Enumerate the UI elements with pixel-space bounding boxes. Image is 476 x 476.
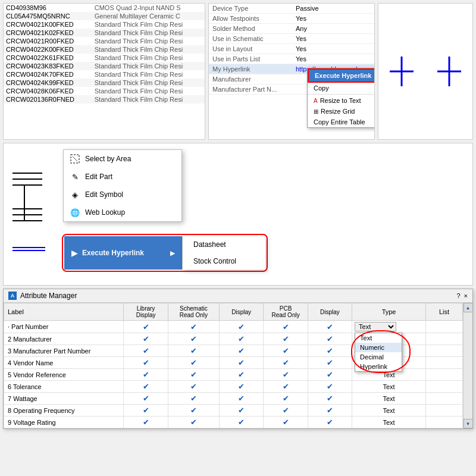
- attr-sch-display[interactable]: ✔: [220, 333, 264, 345]
- attr-pcb-readonly[interactable]: ✔: [264, 345, 308, 357]
- attr-list: [426, 345, 463, 357]
- component-list-item[interactable]: CRCW04024K99FKEDStandard Thick Film Chip…: [4, 79, 205, 87]
- attr-pcb-readonly[interactable]: ✔: [264, 405, 308, 416]
- type-dropdown-container: Text Numeric Decimal Hyperlink Text Nume…: [355, 322, 396, 331]
- attr-scrollbar: ▲ ▼: [463, 303, 472, 428]
- menu-web-lookup-label: Web Lookup: [85, 208, 125, 217]
- attr-pcb-display[interactable]: ✔: [308, 416, 352, 428]
- component-list-item[interactable]: CRCW04022K00FKEDStandard Thick Film Chip…: [4, 45, 205, 54]
- attr-sch-display[interactable]: ✔: [220, 321, 264, 333]
- menu-select-area[interactable]: Select by Area: [64, 150, 181, 168]
- scrollbar-down-btn[interactable]: ▼: [464, 419, 473, 428]
- component-list-item[interactable]: CRCW04021K02FKEDStandard Thick Film Chip…: [4, 29, 205, 37]
- col-sch-readonly: SchematicRead Only: [168, 303, 219, 321]
- properties-context-menu: Execute Hyperlink CopyCtrl+C A Resize to…: [307, 68, 375, 128]
- attr-pcb-readonly[interactable]: ✔: [264, 416, 308, 428]
- attr-pcb-readonly[interactable]: ✔: [264, 333, 308, 345]
- attr-list: [426, 333, 463, 345]
- submenu-datasheet[interactable]: Datasheet: [183, 236, 265, 253]
- component-list-item[interactable]: CRCW020136R0FNEDStandard Thick Film Chip…: [4, 95, 205, 104]
- attr-sch-readonly[interactable]: ✔: [168, 333, 219, 345]
- dd-item-text[interactable]: Text: [355, 333, 402, 343]
- execute-hyperlink-row[interactable]: ▶ Execute Hyperlink ▶: [64, 236, 182, 270]
- dd-item-hyperlink[interactable]: Hyperlink: [355, 362, 402, 371]
- component-list-item[interactable]: CRCW04028K06FKEDStandard Thick Film Chip…: [4, 87, 205, 95]
- property-row: Allow TestpointsYes: [209, 14, 374, 24]
- attr-sch-readonly[interactable]: ✔: [168, 381, 219, 393]
- attr-sch-display[interactable]: ✔: [220, 369, 264, 381]
- attr-pcb-display[interactable]: ✔: [308, 405, 352, 416]
- attr-table-row: 7 Wattage ✔ ✔ ✔ ✔ ✔ Text: [4, 393, 463, 405]
- ctx-copy[interactable]: CopyCtrl+C: [308, 83, 375, 93]
- attr-lib-display[interactable]: ✔: [124, 381, 168, 393]
- attr-pcb-display[interactable]: ✔: [308, 333, 352, 345]
- component-list-item[interactable]: CD40938M96CMOS Quad 2-Input NAND S: [4, 4, 205, 12]
- type-dropdown-open: Text Numeric Decimal Hyperlink: [355, 333, 402, 372]
- attr-sch-readonly[interactable]: ✔: [168, 369, 219, 381]
- svg-line-14: [73, 156, 77, 161]
- menu-edit-part[interactable]: ✎ Edit Part: [64, 168, 181, 186]
- attr-pcb-readonly[interactable]: ✔: [264, 357, 308, 369]
- execute-hyperlink-submenu: Datasheet Stock Control: [182, 236, 265, 270]
- component-list-item[interactable]: CL05A475MQ5NRNCGeneral Multilayer Cerami…: [4, 12, 205, 20]
- col-sch-display: Display: [220, 303, 264, 321]
- property-row: Use in LayoutYes: [209, 44, 374, 54]
- attr-sch-readonly[interactable]: ✔: [168, 416, 219, 428]
- attr-sch-display[interactable]: ✔: [220, 416, 264, 428]
- ctx-execute-hyperlink[interactable]: Execute Hyperlink: [308, 68, 375, 83]
- scrollbar-up-btn[interactable]: ▲: [464, 303, 473, 312]
- attr-lib-display[interactable]: ✔: [124, 416, 168, 428]
- attr-lib-display[interactable]: ✔: [124, 393, 168, 405]
- attr-manager-close-btn[interactable]: ×: [464, 292, 468, 299]
- type-cell: Text: [352, 393, 426, 405]
- attr-sch-display[interactable]: ✔: [220, 405, 264, 416]
- attr-list: [426, 393, 463, 405]
- attr-manager-help-btn[interactable]: ?: [456, 292, 460, 299]
- attr-sch-display[interactable]: ✔: [220, 381, 264, 393]
- component-list-item[interactable]: CRCW04021R00FKEDStandard Thick Film Chip…: [4, 37, 205, 45]
- ctx-resize-text[interactable]: A Resize to Text: [308, 95, 375, 106]
- component-list-item[interactable]: CRCW04024K70FKEDStandard Thick Film Chip…: [4, 70, 205, 79]
- attr-lib-display[interactable]: ✔: [124, 357, 168, 369]
- attr-sch-display[interactable]: ✔: [220, 393, 264, 405]
- attr-sch-readonly[interactable]: ✔: [168, 393, 219, 405]
- menu-web-lookup[interactable]: 🌐 Web Lookup: [64, 203, 181, 221]
- component-list-item[interactable]: CRCW04023K83FKEDStandard Thick Film Chip…: [4, 62, 205, 70]
- attr-pcb-readonly[interactable]: ✔: [264, 369, 308, 381]
- attr-sch-readonly[interactable]: ✔: [168, 321, 219, 333]
- ctx-resize-grid[interactable]: ⊞ Resize Grid: [308, 106, 375, 117]
- attr-sch-readonly[interactable]: ✔: [168, 345, 219, 357]
- attr-pcb-display[interactable]: ✔: [308, 393, 352, 405]
- dd-item-numeric[interactable]: Numeric: [355, 343, 402, 352]
- attr-row-num-label: 9 Voltage Rating: [4, 416, 124, 428]
- attr-pcb-readonly[interactable]: ✔: [264, 381, 308, 393]
- attr-row-num-label: 2 Manufacturer: [4, 333, 124, 345]
- attr-lib-display[interactable]: ✔: [124, 369, 168, 381]
- attr-pcb-display[interactable]: ✔: [308, 369, 352, 381]
- attr-sch-readonly[interactable]: ✔: [168, 405, 219, 416]
- attr-lib-display[interactable]: ✔: [124, 405, 168, 416]
- dd-item-decimal[interactable]: Decimal: [355, 352, 402, 362]
- attr-lib-display[interactable]: ✔: [124, 345, 168, 357]
- attr-pcb-readonly[interactable]: ✔: [264, 393, 308, 405]
- attr-table-row: · Part Number ✔ ✔ ✔ ✔ ✔ Text Numeric Dec…: [4, 321, 463, 333]
- attr-sch-readonly[interactable]: ✔: [168, 357, 219, 369]
- submenu-stock-control[interactable]: Stock Control: [183, 253, 265, 270]
- menu-edit-symbol[interactable]: ◈ Edit Symbol: [64, 186, 181, 203]
- attr-pcb-display[interactable]: ✔: [308, 357, 352, 369]
- attr-sch-display[interactable]: ✔: [220, 357, 264, 369]
- edit-symbol-icon: ◈: [70, 189, 80, 200]
- attr-lib-display[interactable]: ✔: [124, 333, 168, 345]
- attr-sch-display[interactable]: ✔: [220, 345, 264, 357]
- attr-pcb-display[interactable]: ✔: [308, 345, 352, 357]
- attr-pcb-display[interactable]: ✔: [308, 321, 352, 333]
- attr-pcb-readonly[interactable]: ✔: [264, 321, 308, 333]
- menu-edit-symbol-label: Edit Symbol: [85, 190, 123, 199]
- attr-manager-table: Label LibraryDisplay SchematicRead Only …: [4, 303, 463, 428]
- ctx-copy-table[interactable]: Copy Entire Table: [308, 117, 375, 127]
- type-select[interactable]: Text Numeric Decimal Hyperlink: [355, 322, 396, 331]
- component-list-item[interactable]: CRCW04021K00FKEDStandard Thick Film Chip…: [4, 20, 205, 29]
- attr-pcb-display[interactable]: ✔: [308, 381, 352, 393]
- attr-lib-display[interactable]: ✔: [124, 321, 168, 333]
- component-list-item[interactable]: CRCW04022K61FKEDStandard Thick Film Chip…: [4, 54, 205, 62]
